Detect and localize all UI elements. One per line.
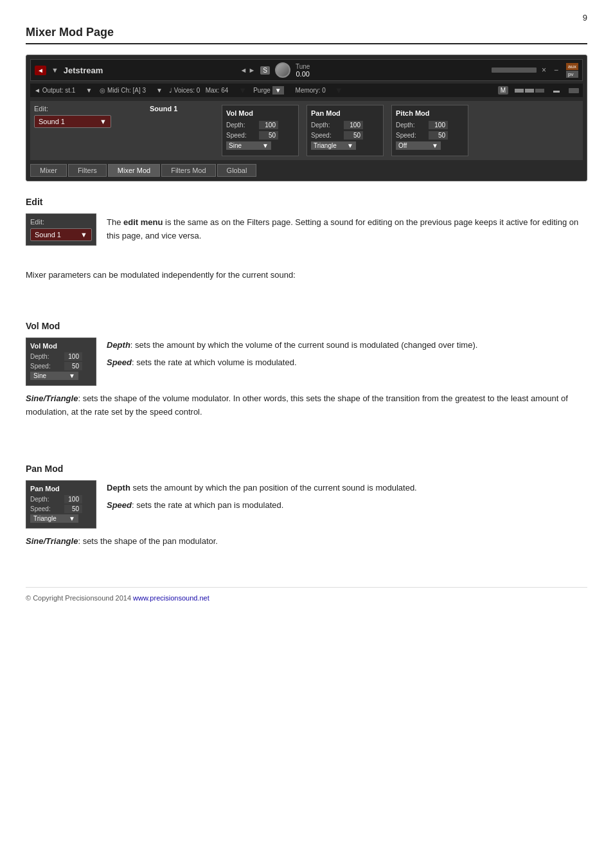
synth-logo: ◄ [35, 66, 46, 75]
tab-mixer-mod[interactable]: Mixer Mod [108, 164, 160, 177]
edit-ui-box: Edit: Sound 1 ▼ [26, 213, 96, 246]
vol-depth-label: Depth: [226, 122, 255, 129]
pitch-speed-row: Speed: 50 [396, 131, 464, 140]
meter-btn [569, 88, 579, 93]
vol-mod-ui-box: Vol Mod Depth: 100 Speed: 50 Sine ▼ [26, 338, 96, 386]
pan-speed-text: : sets the rate at which pan is modulate… [132, 500, 283, 510]
vol-depth-value: 100 [259, 121, 278, 129]
pitch-wave-arrow: ▼ [432, 142, 438, 149]
pan-mod-description: Depth sets the amount by which the pan p… [107, 480, 587, 529]
pan-sine-tri-italic: Sine/Triangle [26, 536, 78, 546]
page-number: 9 [583, 13, 587, 23]
tab-mixer[interactable]: Mixer [30, 164, 67, 177]
depth-desc-text: : sets the amount by which the volume of… [130, 340, 478, 350]
vol-depth-val-small: 100 [64, 352, 82, 361]
nav-right-icon[interactable]: ► [248, 66, 255, 74]
vol-wave-label: Sine [229, 142, 242, 149]
tab-filters[interactable]: Filters [68, 164, 107, 177]
sound-selector-label: Sound 1 [39, 118, 65, 125]
footer: © Copyright Precisionsound 2014 www.prec… [26, 587, 587, 602]
pan-mod-heading: Pan Mod [26, 464, 587, 474]
speed-desc-text: : sets the rate at which volume is modul… [132, 357, 297, 367]
nav-left-icon[interactable]: ◄ [240, 66, 247, 74]
pitch-speed-label: Speed: [396, 132, 425, 139]
tune-label: Tune [296, 63, 310, 70]
purge-dropdown[interactable]: ▼ [272, 86, 284, 95]
pan-wave-dd-arrow: ▼ [69, 515, 75, 522]
memory-dropdown[interactable]: ▼ [335, 86, 343, 95]
vol-speed-row-small: Speed: 50 [30, 362, 92, 370]
pitch-depth-row: Depth: 100 [396, 121, 464, 129]
pitch-wave-dropdown[interactable]: Off ▼ [396, 141, 441, 150]
pitch-wave-row[interactable]: Off ▼ [396, 141, 464, 150]
pan-speed-italic: Speed [107, 500, 132, 510]
voices-info: ♩ Voices: 0 Max: 64 [169, 87, 228, 94]
synth-nav-arrows: ◄ ► [240, 66, 256, 74]
midi-dropdown-icon[interactable]: ▼ [156, 87, 163, 94]
edit-sound-name: Sound 1 [35, 231, 61, 239]
pan-wave-dropdown-small[interactable]: Triangle ▼ [30, 514, 78, 523]
pan-mod-ui-title: Pan Mod [30, 485, 92, 493]
dropdown-icon[interactable]: ▼ [85, 87, 92, 94]
footer-link[interactable]: www.precisionsound.net [133, 594, 209, 602]
memory-info: Memory: 0 [296, 87, 326, 94]
tune-knob[interactable] [275, 62, 290, 78]
meter-control[interactable]: ▬ [553, 87, 560, 94]
edit-ui-label: Edit: [30, 218, 92, 226]
vol-wave-row-small[interactable]: Sine ▼ [30, 372, 92, 380]
voices-dropdown[interactable]: ▼ [238, 86, 247, 95]
synth-params: Sound 1 Vol Mod Depth: 100 Speed: 50 Sin… [150, 105, 579, 156]
vol-depth-row-small: Depth: 100 [30, 352, 92, 361]
synth-tabs: Mixer Filters Mixer Mod Filters Mod Glob… [30, 164, 583, 177]
synth-info: ◄ Output: st.1 ▼ ◎ Midi Ch: [A] 3 ▼ [34, 87, 163, 94]
vol-wave-dropdown-small[interactable]: Sine ▼ [30, 372, 78, 380]
pan-speed-row: Speed: 50 [311, 131, 379, 140]
sound-selector[interactable]: Sound 1 ▼ [34, 115, 111, 128]
vol-speed-val-small: 50 [64, 362, 82, 370]
pan-wave-row-small[interactable]: Triangle ▼ [30, 514, 92, 523]
pan-mod-ui-box: Pan Mod Depth: 100 Speed: 50 Triangle ▼ [26, 480, 96, 529]
meter-bar-2 [525, 89, 534, 93]
edit-box-area: Edit: Sound 1 ▼ The edit menu is the sam… [26, 213, 587, 246]
synth-main-content: Edit: Sound 1 ▼ Sound 1 Vol Mod Depth: 1… [30, 101, 583, 160]
synth-meter [515, 89, 544, 93]
pan-depth-value: 100 [344, 121, 363, 129]
vol-depth-row: Depth: 100 [226, 121, 294, 129]
synth-left-panel: Edit: Sound 1 ▼ [34, 105, 150, 156]
pan-sine-tri-para: Sine/Triangle: sets the shape of the pan… [26, 535, 587, 548]
tab-filters-mod[interactable]: Filters Mod [161, 164, 215, 177]
tab-global[interactable]: Global [217, 164, 257, 177]
pan-depth-row-small: Depth: 100 [30, 495, 92, 503]
pitch-wave-label: Off [398, 142, 407, 149]
edit-section-heading: Edit [26, 197, 587, 207]
pan-wave-row[interactable]: Triangle ▼ [311, 141, 379, 150]
synth-s-badge: S [260, 66, 270, 75]
close-button[interactable]: × [542, 66, 546, 75]
speed-italic: Speed [107, 357, 132, 367]
edit-description: The edit menu is the same as on the Filt… [107, 213, 587, 246]
pan-sine-tri-desc: : sets the shape of the pan modulator. [78, 536, 218, 546]
m-badge: M [498, 86, 508, 95]
meter-bar-1 [515, 89, 524, 93]
pan-wave-dropdown[interactable]: Triangle ▼ [311, 141, 356, 150]
pan-depth-text: sets the amount by which the pan positio… [130, 483, 417, 493]
vol-wave-row[interactable]: Sine ▼ [226, 141, 294, 150]
purge-label: Purge ▼ [253, 87, 283, 94]
vol-speed-value: 50 [259, 131, 278, 140]
vol-depth-label-small: Depth: [30, 353, 59, 360]
synth-ui-block: ◄ ▼ Jetstream ◄ ► S Tune 0.00 × − aux pv… [26, 55, 587, 181]
pv-label: pv [566, 71, 578, 78]
pitch-depth-label: Depth: [396, 122, 425, 129]
pan-mod-area: Pan Mod Depth: 100 Speed: 50 Triangle ▼ … [26, 480, 587, 529]
vol-wave-val-small: Sine [33, 372, 46, 379]
edit-sound-selector[interactable]: Sound 1 ▼ [30, 228, 92, 241]
pan-depth-bold: Depth [107, 483, 130, 493]
vol-wave-dropdown[interactable]: Sine ▼ [226, 141, 271, 150]
copyright-text: © Copyright Precisionsound 2014 [26, 594, 133, 602]
aux-label: aux [566, 63, 578, 70]
vol-speed-row: Speed: 50 [226, 131, 294, 140]
minus-button[interactable]: − [554, 66, 558, 75]
vol-mod-ui-title: Vol Mod [30, 342, 92, 350]
pitch-depth-value: 100 [429, 121, 448, 129]
pan-depth-val-small: 100 [64, 495, 82, 503]
